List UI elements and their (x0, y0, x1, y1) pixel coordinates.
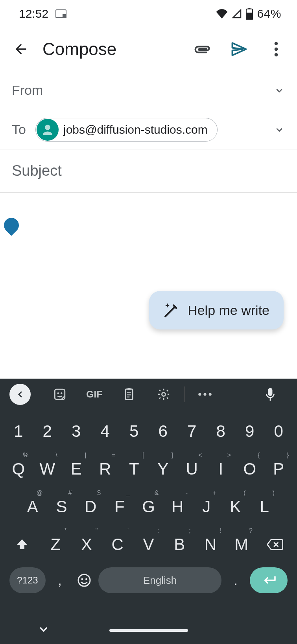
svg-rect-2 (249, 8, 251, 9)
voice-input-button[interactable] (253, 384, 288, 405)
more-horiz-icon (198, 392, 212, 397)
hide-keyboard-button[interactable] (38, 624, 50, 637)
key-9[interactable]: 9 (236, 412, 264, 450)
send-icon (231, 41, 247, 57)
comma-key[interactable]: , (50, 567, 70, 593)
key-e[interactable]: E| (62, 450, 90, 488)
key-5[interactable]: 5 (120, 412, 148, 450)
key-3[interactable]: 3 (62, 412, 90, 450)
key-m[interactable]: M? (226, 526, 256, 563)
key-row-asdf: A@ S# D$ F_ G& H- J+ K( L) (4, 488, 293, 526)
chevron-down-icon (274, 85, 285, 96)
symbols-key[interactable]: ?123 (9, 567, 46, 593)
help-me-write-button[interactable]: Help me write (149, 291, 284, 329)
cast-icon (55, 9, 66, 18)
chevron-down-icon (38, 624, 50, 635)
key-c[interactable]: C' (102, 526, 133, 563)
clipboard-button[interactable] (112, 384, 146, 405)
wifi-icon (216, 9, 228, 18)
recipient-chip[interactable]: jobs@diffusion-studios.com (35, 118, 218, 142)
key-a[interactable]: A@ (18, 488, 47, 526)
emoji-key[interactable] (74, 567, 94, 593)
key-g[interactable]: G& (135, 488, 163, 526)
key-7[interactable]: 7 (178, 412, 206, 450)
key-v[interactable]: V: (133, 526, 164, 563)
key-row-qwerty: Q% W\ E| R= T[ Y] U< I> O{ P} (4, 450, 293, 488)
attach-button[interactable] (192, 39, 212, 59)
clipboard-icon (123, 387, 135, 401)
to-label: To (12, 122, 34, 137)
home-indicator[interactable] (109, 629, 188, 632)
key-2[interactable]: 2 (33, 412, 62, 450)
svg-point-8 (57, 392, 59, 394)
key-row-bottom: ?123 , English . (4, 563, 293, 595)
key-j[interactable]: J+ (192, 488, 221, 526)
key-o[interactable]: O{ (236, 450, 264, 488)
svg-point-18 (209, 393, 212, 396)
keyboard-toolbar: GIF (0, 379, 297, 410)
enter-key[interactable] (250, 567, 288, 593)
key-1[interactable]: 1 (4, 412, 33, 450)
space-key[interactable]: English (98, 567, 221, 593)
from-expand-button[interactable] (273, 85, 285, 96)
shift-key[interactable] (4, 526, 40, 563)
key-u[interactable]: U< (178, 450, 206, 488)
key-q[interactable]: Q% (4, 450, 33, 488)
key-s[interactable]: S# (48, 488, 76, 526)
key-row-numbers: 1 2 3 4 5 6 7 8 9 0 (4, 412, 293, 450)
keyboard-collapse-button[interactable] (9, 384, 31, 405)
shift-icon (15, 537, 29, 552)
key-y[interactable]: Y] (149, 450, 177, 488)
battery-percent: 64% (257, 7, 281, 20)
gif-button[interactable]: GIF (77, 384, 112, 405)
subject-field[interactable]: Subject (0, 149, 297, 193)
key-l[interactable]: L) (250, 488, 279, 526)
key-t[interactable]: T[ (120, 450, 148, 488)
gear-icon (157, 388, 170, 401)
settings-button[interactable] (146, 384, 181, 405)
system-nav-bar (0, 616, 297, 644)
key-k[interactable]: K( (221, 488, 250, 526)
key-4[interactable]: 4 (91, 412, 120, 450)
key-b[interactable]: B; (164, 526, 195, 563)
arrow-left-icon (13, 41, 29, 57)
key-r[interactable]: R= (91, 450, 120, 488)
key-f[interactable]: F_ (105, 488, 134, 526)
key-8[interactable]: 8 (207, 412, 235, 450)
sticker-button[interactable] (42, 384, 77, 405)
avatar (37, 119, 59, 141)
key-x[interactable]: X" (72, 526, 102, 563)
more-button[interactable] (188, 384, 222, 405)
key-p[interactable]: P} (265, 450, 293, 488)
period-key[interactable]: . (225, 567, 246, 593)
chevron-left-icon (15, 390, 25, 399)
key-n[interactable]: N! (196, 526, 226, 563)
from-field-row[interactable]: From (0, 71, 297, 110)
to-expand-button[interactable] (273, 124, 285, 136)
key-z[interactable]: Z* (41, 526, 71, 563)
email-body-input[interactable]: Help me write (0, 193, 297, 379)
to-field-row[interactable]: To jobs@diffusion-studios.com (0, 110, 297, 149)
key-0[interactable]: 0 (265, 412, 293, 450)
app-bar: Compose (0, 28, 297, 71)
help-me-write-label: Help me write (188, 303, 269, 318)
back-button[interactable] (11, 39, 31, 59)
backspace-key[interactable] (257, 526, 293, 563)
svg-point-21 (78, 574, 90, 586)
svg-point-5 (275, 53, 278, 57)
svg-rect-19 (268, 388, 273, 396)
svg-point-22 (81, 578, 83, 580)
key-i[interactable]: I> (207, 450, 235, 488)
more-button[interactable] (266, 39, 286, 59)
text-cursor-handle[interactable] (1, 215, 22, 236)
key-w[interactable]: W\ (33, 450, 62, 488)
more-vert-icon (271, 41, 282, 57)
page-title: Compose (42, 39, 181, 59)
send-button[interactable] (229, 39, 249, 59)
key-h[interactable]: H- (163, 488, 192, 526)
enter-icon (261, 575, 277, 585)
from-label: From (12, 83, 273, 98)
paperclip-icon (194, 40, 211, 58)
key-d[interactable]: D$ (76, 488, 105, 526)
key-6[interactable]: 6 (149, 412, 177, 450)
